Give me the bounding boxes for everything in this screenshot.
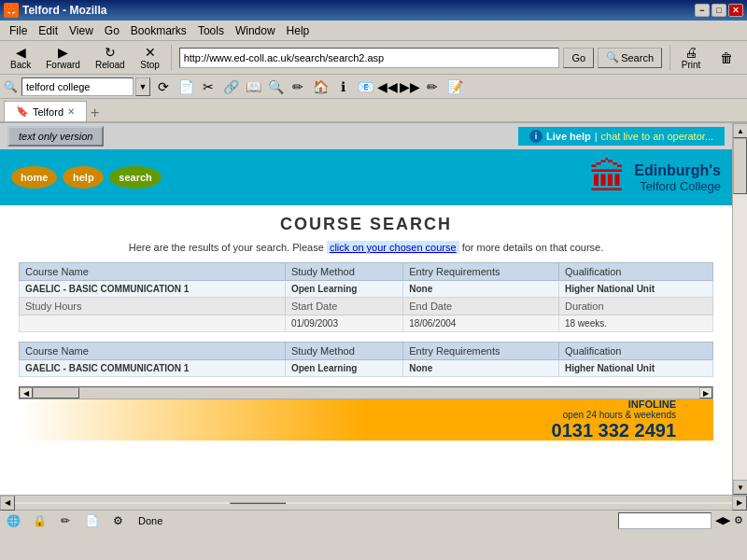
scroll-down-arrow[interactable]: ▼ <box>733 480 747 495</box>
search-combo: ▼ <box>21 77 150 96</box>
tab-favicon: 🔖 <box>16 105 29 118</box>
print-label: Print <box>682 60 701 70</box>
maximize-button[interactable]: □ <box>712 4 726 17</box>
tb2-icon-9[interactable]: ℹ <box>333 77 352 96</box>
tb2-icon-3[interactable]: ✂ <box>199 77 218 96</box>
tb2-icon-8[interactable]: 🏠 <box>311 77 330 96</box>
nav-search-button[interactable]: search <box>109 166 161 189</box>
forward-label: Forward <box>46 60 80 70</box>
sub-col-duration: Duration <box>558 298 712 315</box>
menu-go[interactable]: Go <box>99 22 125 39</box>
infoline-label: INFOLINE <box>552 399 676 410</box>
table2-data-row-1[interactable]: GAELIC - BASIC COMMUNICATION 1 Open Lear… <box>20 360 713 377</box>
status-search-input[interactable] <box>618 512 712 529</box>
h-scroll-thumb[interactable] <box>230 502 286 504</box>
tb2-icon-12[interactable]: ▶▶ <box>401 77 419 96</box>
reload-button[interactable]: ↻ Reload <box>89 42 132 73</box>
menu-window[interactable]: Window <box>230 22 281 39</box>
site-top-bar: text only version i Live help | chat liv… <box>0 123 732 149</box>
tab-close-button[interactable]: ✕ <box>67 106 75 117</box>
sub-cell-hours <box>20 315 286 332</box>
active-tab[interactable]: 🔖 Telford ✕ <box>4 101 87 121</box>
table-sub-data-row: 01/09/2003 18/06/2004 18 weeks. <box>20 315 713 332</box>
tb2-icon-5[interactable]: 📖 <box>244 77 262 96</box>
delete-button[interactable]: 🗑 <box>710 48 743 68</box>
table-header-row: Course Name Study Method Entry Requireme… <box>20 263 713 281</box>
combo-dropdown-arrow[interactable]: ▼ <box>135 77 150 96</box>
horizontal-scrollbar[interactable]: ◀ ▶ <box>19 386 713 399</box>
tb2-icon-6[interactable]: 🔍 <box>266 77 285 96</box>
main-content: COURSE SEARCH Here are the results of yo… <box>0 205 732 450</box>
table-sub-header-row: Study Hours Start Date End Date Duration <box>20 298 713 315</box>
status-icon-5: ⚙ <box>108 511 127 530</box>
college-logo: 🏛 Edinburgh's Telford College <box>589 157 721 199</box>
sub-cell-start: 01/09/2003 <box>285 315 402 332</box>
v-scroll-thumb[interactable] <box>733 138 747 194</box>
tb2-icon-1[interactable]: ⟳ <box>154 77 173 96</box>
print-icon: 🖨 <box>684 45 698 60</box>
h-scroll-left[interactable]: ◀ <box>0 496 15 511</box>
tb2-icon-13[interactable]: ✏ <box>423 77 442 96</box>
status-icon-right-1: ◀▶ <box>715 514 730 526</box>
menu-bookmarks[interactable]: Bookmarks <box>125 22 192 39</box>
stop-icon: ✕ <box>145 45 156 60</box>
tb2-icon-10[interactable]: 📧 <box>356 77 374 96</box>
result-desc-before: Here are the results of your search. Ple… <box>129 242 327 253</box>
menu-file[interactable]: File <box>4 22 33 39</box>
h-scroll-right[interactable]: ▶ <box>732 496 747 511</box>
infoline-number: 0131 332 2491 <box>552 420 676 441</box>
t2-col-course-name: Course Name <box>20 343 286 360</box>
close-button[interactable]: ✕ <box>728 4 743 17</box>
search-combo-input[interactable] <box>21 77 134 96</box>
col-qualification: Qualification <box>558 263 712 281</box>
tb2-icon-2[interactable]: 📄 <box>176 77 195 96</box>
infoline-sublabel: open 24 hours & weekends <box>552 410 676 420</box>
menu-view[interactable]: View <box>63 22 99 39</box>
col-course-name: Course Name <box>20 263 286 281</box>
result-description: Here are the results of your search. Ple… <box>19 242 713 253</box>
status-right: ◀▶ ⚙ <box>618 512 743 529</box>
print-button[interactable]: 🖨 Print <box>674 42 708 73</box>
info-icon: i <box>529 130 543 143</box>
minimize-button[interactable]: − <box>695 4 710 17</box>
result-desc-after: for more details on that course. <box>459 242 604 253</box>
chat-link[interactable]: chat live to an operator... <box>601 131 713 142</box>
status-text: Done <box>134 515 611 526</box>
tb2-icon-7[interactable]: ✏ <box>289 77 307 96</box>
tab-label: Telford <box>33 106 63 118</box>
t2-col-study-method: Study Method <box>285 343 402 360</box>
nav-home-button[interactable]: home <box>11 166 57 189</box>
table-data-row-1[interactable]: GAELIC - BASIC COMMUNICATION 1 Open Lear… <box>20 281 713 298</box>
t2-cell-course-name: GAELIC - BASIC COMMUNICATION 1 <box>20 360 286 377</box>
cell-entry-req: None <box>403 281 559 298</box>
toolbar-separator2 <box>669 45 670 71</box>
window-controls: − □ ✕ <box>695 4 743 17</box>
scroll-left-arrow[interactable]: ◀ <box>20 387 33 399</box>
nav-help-button[interactable]: help <box>63 166 104 189</box>
text-only-button[interactable]: text only version <box>7 126 104 147</box>
tb2-icon-4[interactable]: 🔗 <box>221 77 240 96</box>
go-button[interactable]: Go <box>563 48 594 68</box>
address-input[interactable] <box>179 48 560 68</box>
tb2-icon-11[interactable]: ◀◀ <box>378 77 397 96</box>
menu-bar: File Edit View Go Bookmarks Tools Window… <box>0 21 747 41</box>
menu-edit[interactable]: Edit <box>33 22 63 39</box>
course-link[interactable]: click on your chosen course <box>327 241 459 254</box>
sub-cell-end: 18/06/2004 <box>403 315 559 332</box>
status-icon-2: 🔒 <box>30 511 49 530</box>
stop-button[interactable]: ✕ Stop <box>134 42 167 73</box>
forward-button[interactable]: ▶ Forward <box>39 42 87 73</box>
scroll-up-arrow[interactable]: ▲ <box>733 123 747 138</box>
course-table-2: Course Name Study Method Entry Requireme… <box>19 342 713 377</box>
scroll-right-arrow[interactable]: ▶ <box>699 387 712 399</box>
col-study-method: Study Method <box>285 263 402 281</box>
back-button[interactable]: ◀ Back <box>4 42 37 73</box>
menu-tools[interactable]: Tools <box>192 22 230 39</box>
tb2-icon-14[interactable]: 📝 <box>445 77 464 96</box>
forward-icon: ▶ <box>58 45 68 60</box>
scroll-thumb-inner[interactable] <box>33 387 79 399</box>
search-button[interactable]: 🔍 Search <box>598 48 662 68</box>
new-tab-button[interactable]: + <box>87 105 103 121</box>
college-name-line2: Telford College <box>634 179 721 193</box>
menu-help[interactable]: Help <box>281 22 316 39</box>
